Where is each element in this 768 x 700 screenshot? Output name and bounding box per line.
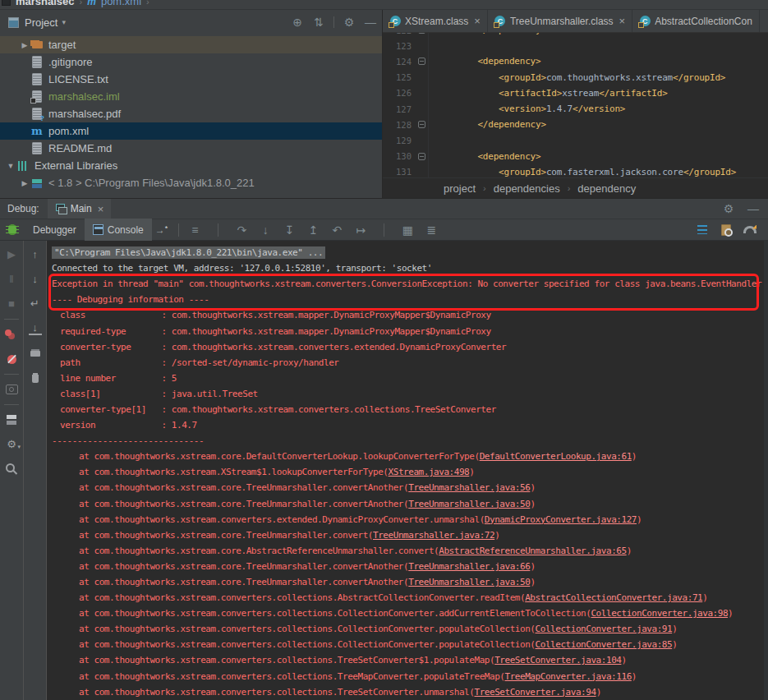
resume-icon[interactable]: ▶ [5, 248, 18, 261]
breadcrumb-dependencies[interactable]: dependencies [494, 182, 560, 195]
stack-trace-link[interactable]: XStream.java:498 [389, 467, 470, 477]
console-line: at com.thoughtworks.xstream.core.Abstrac… [52, 543, 768, 559]
restore-layout-icon[interactable] [5, 413, 18, 426]
find-class-icon[interactable] [720, 223, 733, 237]
stack-trace-link[interactable]: TreeSetConverter.java:94 [474, 687, 596, 698]
tree-item-gitignore[interactable]: .gitignore [0, 53, 382, 71]
tree-item-marshalsec-iml[interactable]: marshalsec.iml [0, 88, 382, 105]
breadcrumb-project[interactable]: project [444, 182, 476, 195]
breadcrumb-file[interactable]: pom.xml [101, 0, 141, 7]
mute-breakpoints-icon[interactable] [5, 352, 18, 366]
stack-trace-link[interactable]: TreeUnmarshaller.java:72 [373, 530, 494, 541]
fold-start-icon[interactable] [418, 153, 425, 160]
debugger-tab-label: Debugger [33, 224, 76, 236]
console-output[interactable]: "C:\Program Files\Java\jdk1.8.0_221\bin\… [47, 241, 768, 700]
stack-trace-link[interactable]: AbstractReferenceUnmarshaller.java:65 [439, 546, 626, 556]
chevron-right-icon[interactable]: ▶ [19, 179, 30, 187]
settings-menu-icon[interactable]: ≡ [188, 223, 201, 237]
step-over-icon[interactable]: ↷ [235, 223, 248, 237]
locate-icon[interactable]: ⊕ [291, 16, 304, 29]
pause-icon[interactable]: ‖ [5, 273, 18, 286]
evaluate-expression-icon[interactable]: ▦ [401, 223, 414, 237]
console-line: ---- Debugging information ---- [52, 292, 768, 307]
stack-trace-link[interactable]: CollectionConverter.java:85 [536, 639, 673, 650]
up-stack-icon[interactable]: ↑ [29, 248, 42, 261]
pin-icon[interactable] [5, 463, 18, 476]
stack-trace-link[interactable]: CollectionConverter.java:98 [591, 608, 728, 619]
fold-gutter [416, 117, 429, 132]
settings-icon[interactable]: ⚙▾ [5, 438, 18, 451]
tree-item-external-libraries[interactable]: ▼External Libraries [0, 157, 382, 174]
project-panel-title[interactable]: Project [25, 16, 57, 29]
force-step-into-icon[interactable]: ↧ [283, 223, 296, 237]
breadcrumb-project[interactable]: marshalsec [16, 0, 75, 7]
clear-icon[interactable] [29, 371, 42, 385]
view-breakpoints-icon[interactable] [5, 328, 18, 341]
stack-trace-link[interactable]: CollectionConverter.java:91 [536, 624, 673, 634]
close-icon[interactable]: × [98, 203, 104, 215]
fold-end-icon[interactable] [418, 33, 425, 34]
tab-console[interactable]: Console [85, 219, 152, 241]
camera-icon[interactable] [5, 383, 18, 396]
print-icon[interactable] [29, 347, 42, 360]
hide-icon[interactable]: — [747, 202, 760, 215]
fold-gutter [416, 85, 429, 101]
editor-tab-treeunmarshaller-class[interactable]: TreeUnmarshaller.class× [488, 10, 632, 32]
stack-trace-link[interactable]: TreeUnmarshaller.java:50 [408, 577, 530, 587]
project-tree: ▶target.gitignoreLICENSE.txtmarshalsec.i… [0, 35, 382, 198]
layout-lines-icon[interactable] [696, 223, 709, 237]
step-into-icon[interactable]: ↓ [259, 223, 272, 237]
settings-icon[interactable]: ⚙ [722, 202, 735, 215]
close-icon[interactable]: × [619, 15, 626, 27]
stack-trace-link[interactable]: DynamicProxyConverter.java:127 [485, 514, 637, 525]
stack-trace-link[interactable]: TreeUnmarshaller.java:66 [408, 561, 530, 572]
stack-trace-link[interactable]: TreeUnmarshaller.java:56 [408, 482, 530, 493]
class-icon [494, 16, 506, 27]
soft-wrap-icon[interactable]: ↵ [29, 297, 42, 311]
tree-item-1-8-c-program-files-java-jdk1-8-0-221[interactable]: ▶< 1.8 > C:\Program Files\Java\jdk1.8.0_… [0, 174, 382, 191]
stack-trace-link[interactable]: AbstractCollectionConverter.java:71 [525, 592, 702, 603]
chevron-down-icon[interactable]: ▼ [5, 162, 16, 170]
memory-gauge-icon[interactable] [743, 223, 757, 237]
fold-end-icon[interactable] [418, 121, 425, 128]
breadcrumb-separator: › [80, 0, 83, 7]
scroll-to-end-icon[interactable]: ↓ [29, 322, 42, 335]
tab-debugger[interactable]: Debugger [25, 219, 85, 241]
xml-tag: <version> [435, 104, 546, 114]
console-line: at com.thoughtworks.xstream.core.TreeUnm… [52, 480, 768, 495]
stop-icon[interactable]: ■ [5, 297, 18, 311]
console-scrollbar[interactable] [764, 241, 768, 700]
tree-item-marshalsec-pdf[interactable]: marshalsec.pdf [0, 105, 382, 122]
chevron-right-icon[interactable]: ▶ [19, 41, 30, 49]
stack-trace-link[interactable]: TreeUnmarshaller.java:50 [408, 499, 530, 509]
breadcrumb-dependency[interactable]: dependency [577, 182, 636, 195]
run-to-cursor-icon[interactable]: ↦ [354, 223, 367, 237]
new-output-indicator[interactable]: →* [155, 224, 168, 236]
unknown-file-icon [30, 108, 44, 121]
editor-line: 128 </dependency> [383, 117, 768, 132]
console-line: path : /sorted-set/dynamic-proxy/handler [52, 355, 768, 371]
editor-tab-abstractcollectioncon[interactable]: AbstractCollectionCon [632, 10, 760, 32]
tree-item-readme-md[interactable]: README.md [0, 140, 382, 157]
hide-icon[interactable]: — [364, 16, 377, 29]
step-out-icon[interactable]: ↥ [306, 223, 320, 237]
tab-main-session[interactable]: Main × [48, 199, 112, 219]
collapse-all-icon[interactable]: ⇅ [312, 16, 325, 29]
close-icon[interactable]: × [474, 15, 481, 27]
drop-frame-icon[interactable]: ↶ [330, 223, 343, 237]
tree-item-pom-xml[interactable]: pom.xml [0, 122, 382, 140]
editor-code-area[interactable]: 122 </dependency>123124 <dependency>125 … [383, 33, 768, 177]
editor-tab-strip: XStream.class×TreeUnmarshaller.class×Abs… [383, 10, 768, 33]
tree-item-license-txt[interactable]: LICENSE.txt [0, 71, 382, 88]
chevron-down-icon[interactable]: ▾ [62, 18, 66, 26]
fold-start-icon[interactable] [418, 58, 425, 65]
settings-icon[interactable]: ⚙ [343, 16, 356, 29]
debug-tool-window: Debug: Main × ⚙— Debugger Console →* ≡↷↓… [0, 198, 768, 700]
stack-trace-link[interactable]: TreeMapConverter.java:116 [505, 671, 632, 682]
trace-settings-icon[interactable]: ≣ [425, 223, 438, 237]
tree-item-target[interactable]: ▶target [0, 36, 382, 53]
editor-tab-xstream-class[interactable]: XStream.class× [383, 10, 488, 32]
stack-trace-link[interactable]: TreeSetConverter.java:104 [494, 655, 621, 665]
down-stack-icon[interactable]: ↓ [29, 273, 42, 286]
stack-trace-link[interactable]: DefaultConverterLookup.java:61 [480, 451, 632, 462]
